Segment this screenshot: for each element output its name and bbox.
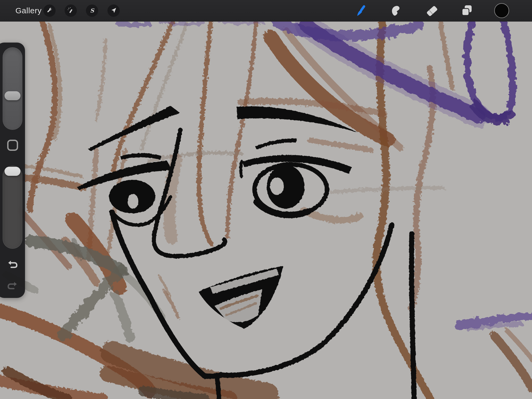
opacity-slider[interactable]	[3, 166, 22, 249]
paint-tool-button[interactable]	[354, 5, 369, 17]
gallery-label: Gallery	[15, 6, 42, 15]
transform-arrow-icon	[107, 5, 120, 17]
brush-sidebar	[0, 43, 25, 298]
eraser-icon	[424, 3, 439, 18]
redo-button[interactable]	[7, 281, 18, 292]
procreate-workspace: { "toolbar": { "gallery_label": "Gallery…	[0, 0, 532, 399]
smudge-finger-icon	[389, 3, 404, 18]
wrench-icon	[43, 5, 56, 17]
right-neck-line	[412, 234, 414, 399]
gallery-button[interactable]: Gallery	[11, 0, 47, 21]
color-swatch-button[interactable]	[494, 5, 509, 17]
svg-text:S: S	[90, 7, 94, 14]
smudge-tool-button[interactable]	[389, 5, 404, 17]
chin-line	[204, 375, 221, 376]
erase-tool-button[interactable]	[424, 5, 439, 17]
magic-wand-icon	[65, 5, 77, 17]
brush-size-handle[interactable]	[5, 91, 20, 100]
adjustments-button[interactable]	[63, 5, 78, 17]
undo-icon	[7, 259, 18, 272]
transform-button[interactable]	[106, 5, 121, 17]
layers-button[interactable]	[459, 5, 474, 17]
top-toolbar: Gallery S	[0, 0, 532, 22]
neck-front-line	[217, 378, 219, 399]
brush-size-slider[interactable]	[3, 47, 22, 130]
undo-button[interactable]	[7, 259, 18, 271]
paint-brush-icon	[354, 3, 369, 18]
layers-icon	[459, 3, 474, 18]
opacity-handle[interactable]	[5, 167, 20, 176]
actions-button[interactable]	[42, 5, 57, 17]
selection-button[interactable]: S	[85, 5, 99, 17]
redo-icon	[7, 280, 18, 293]
modify-button[interactable]	[7, 140, 18, 151]
color-swatch	[494, 3, 509, 18]
canvas-drawing[interactable]	[0, 0, 532, 399]
selection-s-icon: S	[86, 5, 98, 17]
